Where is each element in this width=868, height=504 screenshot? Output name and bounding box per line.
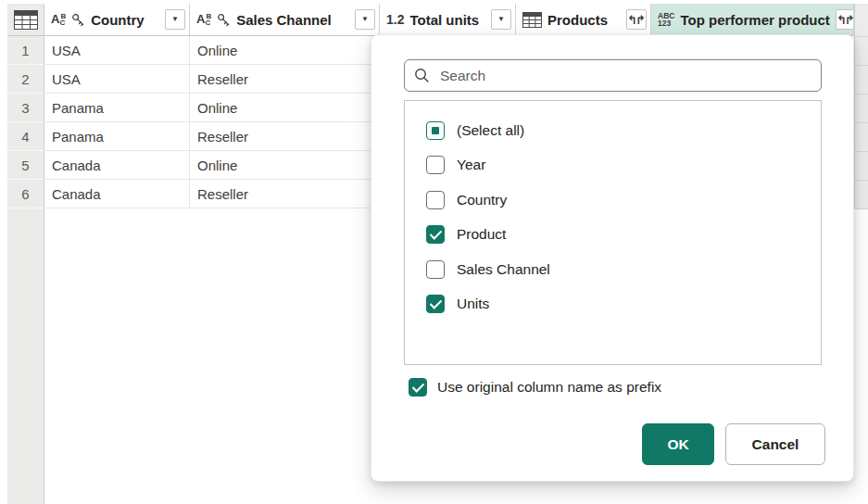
column-header-label: Country xyxy=(91,12,145,28)
row-number[interactable]: 2 xyxy=(7,65,44,94)
any-type-icon: ABC123 xyxy=(658,12,674,27)
checkbox[interactable] xyxy=(426,156,445,174)
column-option-label: Units xyxy=(457,296,489,312)
number-type-icon: 1.2 xyxy=(386,12,404,27)
column-header-top-performer-product[interactable]: ABC123 Top performer product ↰↱ xyxy=(651,4,854,36)
column-header-products[interactable]: Products ↰↱ xyxy=(516,4,651,36)
cell-country[interactable]: USA xyxy=(44,36,190,65)
row-number[interactable]: 4 xyxy=(7,122,44,151)
cell-country[interactable]: Canada xyxy=(44,180,190,208)
row-gutter-filler xyxy=(7,208,44,504)
text-type-icon: A BC xyxy=(196,13,211,26)
prefix-option[interactable]: Use original column name as prefix xyxy=(409,378,661,397)
column-option-sales-channel[interactable]: Sales Channel xyxy=(405,252,821,287)
expand-columns-dialog: (Select all) Year Country Product Sales … xyxy=(371,34,854,482)
chevron-down-icon: ▼ xyxy=(171,16,179,23)
key-icon xyxy=(217,13,231,27)
column-header-sales-channel[interactable]: A BC Sales Channel ▼ xyxy=(190,4,380,36)
checkbox[interactable] xyxy=(426,260,445,279)
checkbox[interactable] xyxy=(426,121,445,140)
column-option-product[interactable]: Product xyxy=(405,218,821,253)
row-number[interactable]: 6 xyxy=(7,180,44,208)
table-grid-icon xyxy=(14,10,38,30)
grid-overflow-sliver xyxy=(854,4,868,208)
cell-sales-channel[interactable]: Online xyxy=(190,36,380,65)
text-type-icon: A BC xyxy=(51,13,66,26)
checkbox[interactable] xyxy=(426,225,445,244)
row-number[interactable]: 3 xyxy=(7,94,44,122)
prefix-option-label: Use original column name as prefix xyxy=(437,379,661,396)
column-option-label: Year xyxy=(457,157,485,173)
filter-dropdown-button[interactable]: ▼ xyxy=(491,9,511,30)
column-header-country[interactable]: A BC Country ▼ xyxy=(44,4,190,36)
column-header-label: Products xyxy=(547,12,608,28)
ok-button[interactable]: OK xyxy=(642,423,714,465)
search-icon xyxy=(414,68,430,83)
table-type-icon xyxy=(522,12,542,28)
expand-icon: ↰↱ xyxy=(627,14,646,26)
cell-country[interactable]: Panama xyxy=(44,122,190,151)
filter-dropdown-button[interactable]: ▼ xyxy=(355,9,375,30)
filter-dropdown-button[interactable]: ▼ xyxy=(165,9,185,30)
expand-column-button[interactable]: ↰↱ xyxy=(626,9,647,30)
cell-sales-channel[interactable]: Reseller xyxy=(190,122,380,151)
row-number[interactable]: 1 xyxy=(7,36,44,65)
column-list: (Select all) Year Country Product Sales … xyxy=(404,100,822,365)
column-header-label: Total units xyxy=(409,12,479,28)
key-icon xyxy=(71,13,85,27)
column-option-select-all[interactable]: (Select all) xyxy=(405,113,821,148)
row-number[interactable]: 5 xyxy=(7,151,44,180)
cell-sales-channel[interactable]: Reseller xyxy=(190,65,380,94)
expand-column-button[interactable]: ↰↱ xyxy=(836,9,854,30)
power-query-grid: A BC Country ▼ A BC Sales Channel ▼ 1.2 … xyxy=(0,0,868,504)
column-option-label: (Select all) xyxy=(457,122,524,139)
expand-icon: ↰↱ xyxy=(837,14,854,26)
column-header-total-units[interactable]: 1.2 Total units ▼ xyxy=(380,4,516,36)
cell-sales-channel[interactable]: Online xyxy=(190,151,380,180)
chevron-down-icon: ▼ xyxy=(361,16,369,23)
cell-sales-channel[interactable]: Reseller xyxy=(190,180,380,208)
column-option-year[interactable]: Year xyxy=(405,148,821,183)
cell-country[interactable]: Panama xyxy=(44,94,190,122)
search-input[interactable] xyxy=(438,67,811,85)
column-option-label: Country xyxy=(457,192,507,208)
cancel-button[interactable]: Cancel xyxy=(725,423,825,465)
column-header-label: Sales Channel xyxy=(236,12,332,28)
column-option-label: Product xyxy=(457,226,506,243)
column-option-units[interactable]: Units xyxy=(405,287,821,322)
checkbox[interactable] xyxy=(426,295,445,313)
select-all-corner-button[interactable] xyxy=(7,4,44,36)
chevron-down-icon: ▼ xyxy=(497,16,505,23)
cell-country[interactable]: Canada xyxy=(44,151,190,180)
search-box[interactable] xyxy=(404,59,822,92)
column-option-label: Sales Channel xyxy=(457,261,550,278)
cell-country[interactable]: USA xyxy=(44,65,190,94)
checkbox[interactable] xyxy=(426,191,445,209)
checkbox[interactable] xyxy=(409,378,427,397)
column-header-label: Top performer product xyxy=(680,12,829,28)
column-option-country[interactable]: Country xyxy=(405,183,821,218)
cell-sales-channel[interactable]: Online xyxy=(190,94,380,122)
